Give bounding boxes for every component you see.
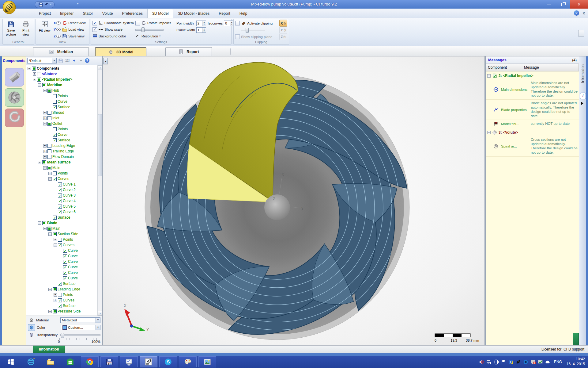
point-width-spinner[interactable]: 2▲▼ (196, 21, 206, 26)
save-preset-button[interactable] (58, 58, 63, 63)
visibility-checkbox[interactable] (42, 221, 46, 225)
message-group[interactable]: −3: <Volute> (486, 128, 579, 136)
impeller-component-button[interactable] (5, 88, 24, 107)
scrollbar-thumb[interactable] (98, 114, 102, 176)
ribbon-minimize-button[interactable] (578, 30, 584, 37)
column-message[interactable]: Message (522, 64, 579, 71)
doc-tab-report[interactable]: Report (165, 47, 212, 56)
information-tab-collapsed[interactable] (573, 333, 579, 345)
undo-button[interactable]: ↶ (45, 2, 48, 7)
tree-item-curve-4[interactable]: ✓Curve 4 (27, 198, 97, 204)
system-monitor-taskbar-button[interactable] (120, 356, 138, 367)
tree-item-points[interactable]: +Points (27, 237, 97, 242)
collapse-icon[interactable]: − (43, 122, 47, 125)
expand-icon[interactable]: + (43, 144, 47, 148)
restore-button[interactable] (556, 0, 570, 9)
sync-circle-tray-icon[interactable] (523, 359, 528, 365)
remove-preset-button[interactable]: − (78, 58, 84, 63)
visibility-checkbox[interactable]: ✓ (63, 271, 67, 275)
help-icon[interactable]: ? (574, 10, 579, 16)
menu-tab-report[interactable]: Report (214, 9, 235, 18)
toggle-x-axis-button[interactable]: X (54, 20, 61, 26)
collapse-tree-icon[interactable]: ◄ (103, 58, 108, 64)
activate-clipping-checkbox[interactable] (235, 21, 240, 25)
stator-component-button[interactable] (5, 68, 24, 86)
visibility-checkbox[interactable]: ✓ (58, 243, 62, 247)
tree-item-points[interactable]: Points (27, 126, 97, 132)
visibility-checkbox[interactable]: ✓ (63, 260, 67, 264)
visibility-checkbox[interactable] (47, 149, 51, 153)
visibility-checkbox[interactable]: ✓ (63, 249, 67, 253)
floppy-64-taskbar-button[interactable]: 64 (100, 356, 118, 367)
tree-item-curve[interactable]: ✓Curve (27, 275, 97, 281)
curve-width-spinner[interactable]: 1▲▼ (196, 27, 206, 33)
expand-panel-icon[interactable] (581, 102, 583, 105)
language-indicator[interactable]: ENG (554, 360, 562, 364)
information-bottom-tab[interactable]: Information (33, 346, 65, 353)
expand-icon[interactable]: + (43, 117, 47, 120)
visibility-checkbox[interactable]: ✓ (58, 182, 62, 186)
visibility-checkbox[interactable] (47, 111, 51, 115)
undo-dropdown-icon[interactable]: ▾ (50, 3, 51, 6)
visibility-checkbox[interactable] (47, 144, 51, 148)
tree-item-points[interactable]: +Points (27, 292, 97, 297)
collapse-icon[interactable]: − (54, 243, 57, 247)
close-document-icon[interactable]: x (583, 11, 585, 15)
tree-item-points[interactable]: +Points (27, 171, 97, 176)
fit-view-button[interactable]: Fit view (37, 20, 52, 39)
tree-item-surface[interactable]: ✓Surface (27, 137, 97, 143)
reset-view-button[interactable]: Reset view (62, 20, 85, 26)
device-tray-icon[interactable] (494, 359, 499, 365)
visibility-checkbox[interactable] (53, 287, 57, 291)
tree-item-curve[interactable]: ✓Curve (27, 253, 97, 259)
tree-item-surface[interactable]: ✓Surface (27, 303, 97, 309)
visibility-checkbox[interactable]: ✓ (58, 205, 62, 209)
expand-icon[interactable]: + (43, 111, 47, 114)
doc-tab-meridian[interactable]: Meridian (33, 47, 89, 56)
collapse-icon[interactable]: − (487, 74, 491, 78)
menu-tab-project[interactable]: Project (34, 9, 55, 18)
expand-icon[interactable]: + (33, 72, 36, 76)
windows-start-taskbar-button[interactable] (2, 356, 20, 367)
visibility-checkbox[interactable] (37, 78, 41, 82)
preset-combobox[interactable]: *Default▼ (27, 58, 57, 63)
internet-explorer-taskbar-button[interactable] (22, 356, 40, 367)
message-row[interactable]: Main dimensionsMain dimensions are not u… (486, 79, 579, 100)
minimize-button[interactable]: — (542, 0, 556, 9)
message-row[interactable]: Blade propertiesBlade angles are not upd… (486, 100, 579, 120)
tree-item-surface[interactable]: ✓Surface (27, 215, 97, 220)
save-view-button[interactable]: Save view (62, 33, 85, 39)
skype-taskbar-button[interactable]: S (159, 356, 177, 367)
visibility-checkbox[interactable] (47, 89, 51, 93)
tree-item-main[interactable]: −Main (27, 226, 97, 231)
cfturbo-taskbar-button[interactable] (140, 356, 157, 367)
app-logo-icon[interactable] (2, 1, 16, 14)
menu-tab-3d-model-blades[interactable]: 3D Model - Blades (173, 9, 214, 18)
viewport-3d[interactable]: X Y Z X Y 0 (103, 56, 484, 345)
tree-item-curves[interactable]: +✓Curves (27, 297, 97, 303)
expand-icon[interactable]: + (48, 172, 52, 175)
info-icon[interactable]: i (580, 93, 586, 99)
visibility-checkbox[interactable]: ✓ (53, 138, 57, 142)
collapse-icon[interactable]: − (43, 89, 47, 92)
tree-item-flow-domain[interactable]: +Flow Domain (27, 154, 97, 159)
visibility-checkbox[interactable] (58, 238, 62, 242)
tree-item-curve[interactable]: ✓Curve (27, 259, 97, 264)
show-scale-checkbox[interactable]: ✓Show scale (92, 26, 134, 33)
menu-tab-volute[interactable]: Volute (98, 9, 118, 18)
tree-item-curve[interactable]: Curve (27, 99, 97, 104)
update-ok-tray-icon[interactable] (538, 359, 543, 365)
visibility-checkbox[interactable]: ✓ (53, 177, 57, 181)
chrome-taskbar-button[interactable] (81, 356, 99, 367)
isocurves-spinner[interactable]: 0▲▼ (224, 21, 234, 26)
collapse-icon[interactable]: − (487, 131, 491, 134)
paint-taskbar-button[interactable] (179, 356, 197, 367)
ime-tray-icon[interactable] (508, 359, 514, 365)
tree-item-pressure-side[interactable]: −Pressure Side (27, 309, 97, 314)
windows-store-taskbar-button[interactable] (61, 356, 79, 367)
network-tray-icon[interactable] (486, 359, 492, 365)
close-button[interactable]: ✕ (570, 0, 588, 9)
tree-item-leading-edge[interactable]: +Leading Edge (27, 143, 97, 148)
visibility-checkbox[interactable]: ✓ (58, 298, 62, 302)
tree-item-curves[interactable]: −✓Curves (27, 242, 97, 248)
